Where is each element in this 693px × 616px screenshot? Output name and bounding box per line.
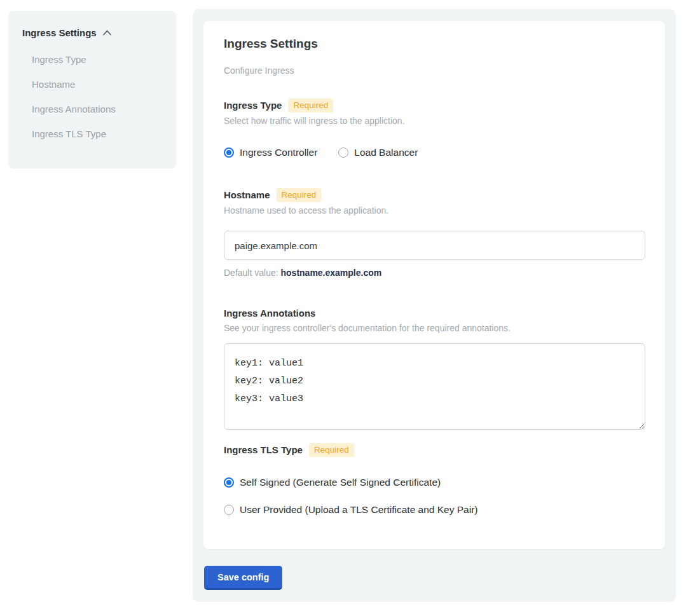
settings-sidebar: Ingress Settings Ingress Type Hostname I…: [8, 11, 176, 168]
required-badge: Required: [288, 99, 333, 113]
hostname-input[interactable]: [224, 231, 645, 260]
hostname-default-line: Default value: hostname.example.com: [224, 267, 645, 278]
radio-option-load-balancer[interactable]: Load Balancer: [338, 147, 418, 158]
hostname-label: Hostname: [224, 189, 270, 202]
save-config-button[interactable]: Save config: [204, 566, 282, 590]
field-ingress-type: Ingress Type Required Select how traffic…: [224, 99, 645, 158]
required-badge: Required: [277, 188, 322, 202]
radio-label: Load Balancer: [354, 147, 418, 158]
ingress-tls-type-label: Ingress TLS Type: [224, 444, 303, 456]
sidebar-nav: Ingress Type Hostname Ingress Annotation…: [32, 54, 162, 139]
page-title: Ingress Settings: [224, 36, 645, 51]
radio-label: Self Signed (Generate Self Signed Certif…: [240, 477, 441, 488]
ingress-type-label: Ingress Type: [224, 99, 282, 112]
radio-option-user-provided[interactable]: User Provided (Upload a TLS Certificate …: [224, 504, 645, 516]
required-badge: Required: [309, 443, 354, 457]
default-value-text: hostname.example.com: [281, 268, 382, 278]
radio-ingress-controller[interactable]: [224, 147, 234, 158]
ingress-type-help: Select how traffic will ingress to the a…: [224, 115, 645, 127]
sidebar-section-toggle[interactable]: Ingress Settings: [22, 27, 162, 38]
chevron-up-icon: [102, 29, 112, 36]
ingress-settings-card: Ingress Settings Configure Ingress Ingre…: [203, 21, 665, 549]
hostname-help: Hostname used to access the application.: [224, 205, 645, 216]
field-ingress-annotations: Ingress Annotations See your ingress con…: [224, 307, 645, 430]
page-subtitle: Configure Ingress: [224, 65, 645, 76]
radio-user-provided[interactable]: [224, 505, 234, 515]
radio-label: User Provided (Upload a TLS Certificate …: [240, 504, 477, 516]
ingress-annotations-label: Ingress Annotations: [224, 307, 315, 320]
radio-load-balancer[interactable]: [338, 147, 348, 158]
sidebar-item-ingress-tls-type[interactable]: Ingress TLS Type: [32, 128, 162, 139]
default-value-label: Default value:: [224, 268, 281, 278]
ingress-tls-radio-group: Self Signed (Generate Self Signed Certif…: [224, 477, 645, 516]
radio-option-ingress-controller[interactable]: Ingress Controller: [224, 147, 317, 158]
sidebar-section-title: Ingress Settings: [22, 27, 97, 38]
ingress-type-radio-group: Ingress Controller Load Balancer: [224, 147, 645, 158]
ingress-annotations-help: See your ingress controller's documentat…: [224, 322, 645, 334]
sidebar-item-ingress-annotations[interactable]: Ingress Annotations: [32, 104, 162, 114]
field-hostname: Hostname Required Hostname used to acces…: [224, 188, 645, 278]
radio-self-signed[interactable]: [224, 477, 234, 488]
sidebar-item-hostname[interactable]: Hostname: [32, 79, 162, 90]
ingress-annotations-textarea[interactable]: [224, 343, 645, 430]
radio-option-self-signed[interactable]: Self Signed (Generate Self Signed Certif…: [224, 477, 645, 488]
radio-label: Ingress Controller: [240, 147, 317, 158]
field-ingress-tls-type: Ingress TLS Type Required Self Signed (G…: [224, 443, 645, 516]
sidebar-item-ingress-type[interactable]: Ingress Type: [32, 54, 162, 65]
settings-panel: Ingress Settings Configure Ingress Ingre…: [193, 9, 676, 602]
